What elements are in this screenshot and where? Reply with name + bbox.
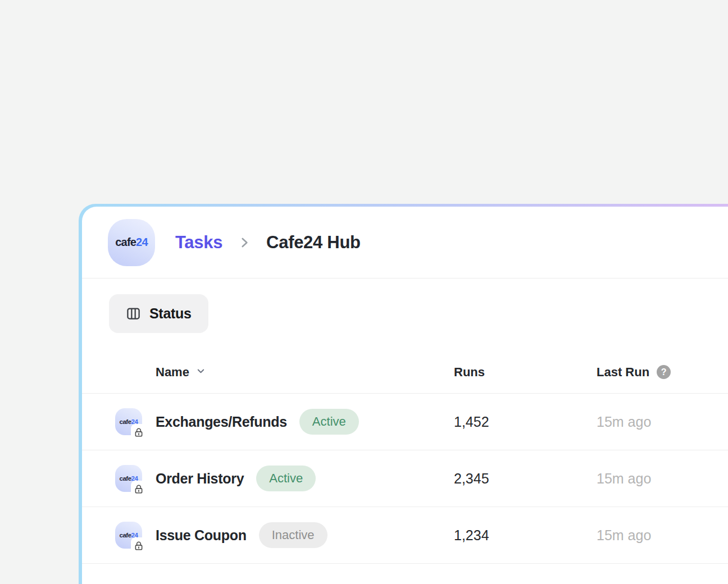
- runs-value: 2,345: [454, 471, 597, 487]
- chevron-down-icon: [195, 365, 206, 380]
- lock-icon: [131, 424, 146, 440]
- status-badge: Active: [299, 409, 359, 435]
- table-row[interactable]: cafe24 Issue Coupon Inactive 1,234 15m a…: [82, 507, 728, 564]
- status-filter-button[interactable]: Status: [109, 294, 208, 333]
- columns-icon: [126, 306, 141, 321]
- cafe24-app-icon: cafe24: [115, 522, 142, 549]
- help-icon[interactable]: ?: [657, 365, 671, 379]
- column-header-lastrun: Last Run: [597, 365, 649, 380]
- row-icon-cell: cafe24: [115, 408, 156, 435]
- column-header-runs: Runs: [454, 365, 597, 380]
- lock-icon: [131, 537, 146, 554]
- card-inner: cafe24 Tasks Cafe24 Hub Status Nam: [82, 207, 728, 584]
- runs-value: 1,234: [454, 527, 597, 544]
- row-icon-cell: cafe24: [115, 522, 156, 549]
- table-header-row: Name Runs Last Run ?: [82, 351, 728, 394]
- column-header-name-label: Name: [156, 365, 189, 380]
- runs-value: 1,452: [454, 414, 597, 430]
- breadcrumb-tasks-link[interactable]: Tasks: [175, 232, 222, 253]
- tasks-table: Name Runs Last Run ? cafe24: [82, 351, 728, 564]
- table-row[interactable]: cafe24 Exchanges/Refunds Active 1,452 15…: [82, 394, 728, 450]
- chevron-right-icon: [237, 235, 252, 250]
- status-badge: Active: [256, 466, 316, 491]
- cafe24-logo: cafe24: [108, 219, 155, 266]
- cafe24-app-icon: cafe24: [115, 465, 142, 492]
- task-name: Issue Coupon: [156, 527, 247, 544]
- page-title: Cafe24 Hub: [266, 232, 361, 253]
- breadcrumb: Tasks Cafe24 Hub: [175, 232, 361, 253]
- last-run-value: 15m ago: [597, 471, 728, 487]
- cafe24-app-icon: cafe24: [115, 408, 142, 435]
- cafe24-logo-text: cafe24: [115, 236, 148, 249]
- row-icon-cell: cafe24: [115, 465, 156, 492]
- card-header: cafe24 Tasks Cafe24 Hub: [82, 207, 728, 279]
- task-name: Exchanges/Refunds: [156, 414, 287, 430]
- status-badge: Inactive: [259, 522, 327, 548]
- status-button-label: Status: [149, 305, 192, 322]
- last-run-value: 15m ago: [597, 527, 728, 544]
- task-name: Order History: [156, 471, 244, 487]
- column-header-name[interactable]: Name: [156, 365, 206, 380]
- last-run-value: 15m ago: [597, 414, 728, 430]
- table-row[interactable]: cafe24 Order History Active 2,345 15m ag…: [82, 450, 728, 507]
- lock-icon: [131, 481, 146, 497]
- main-card: cafe24 Tasks Cafe24 Hub Status Nam: [79, 204, 728, 584]
